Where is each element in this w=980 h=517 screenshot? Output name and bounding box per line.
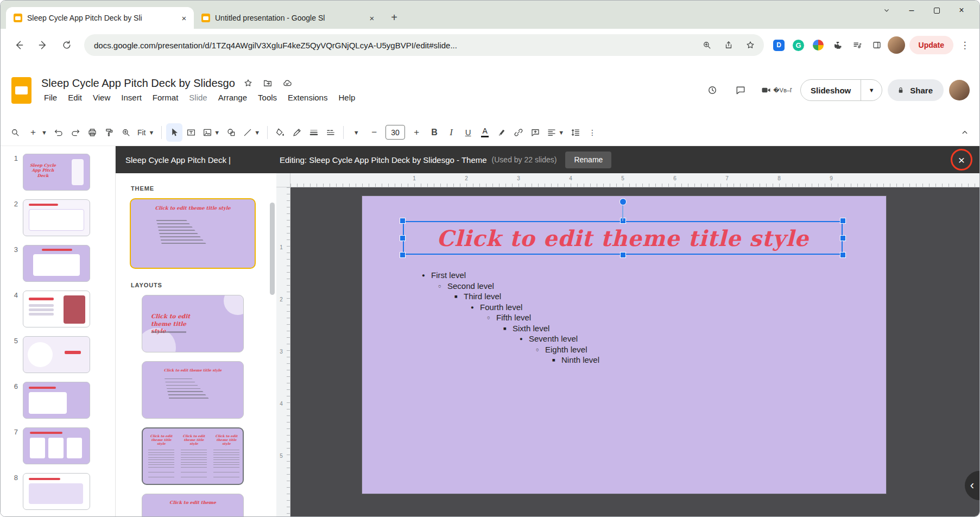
tab-inactive[interactable]: Untitled presentation - Google Sl × — [194, 7, 382, 29]
menu-help[interactable]: Help — [333, 91, 360, 104]
document-title[interactable]: Sleep Cycle App Pitch Deck by Slidesgo — [41, 77, 235, 90]
body-placeholder[interactable]: ●First level ○Second level ■Third level … — [422, 270, 599, 365]
theme-title-placeholder[interactable]: Click to edit theme title style — [404, 222, 842, 254]
align-icon[interactable]: ▼ — [544, 123, 567, 142]
reload-icon[interactable] — [56, 34, 78, 56]
new-tab-button[interactable]: + — [386, 9, 402, 26]
extension-d-icon[interactable]: D — [770, 36, 788, 54]
print-icon[interactable] — [84, 123, 100, 142]
meet-camera-button[interactable]: �Vв–ľ — [757, 85, 795, 96]
menu-slide[interactable]: Slide — [184, 91, 212, 104]
slide-thumbnail[interactable] — [23, 245, 90, 282]
bookmark-star-icon[interactable] — [742, 37, 758, 53]
layout-thumbnail-partial[interactable]: Click to edit theme — [142, 494, 244, 516]
theme-name-field[interactable]: Sleep Cycle App Pitch Deck | — [116, 155, 276, 165]
redo-icon[interactable] — [67, 123, 84, 142]
panel-scrollbar[interactable] — [270, 203, 275, 295]
cloud-status-icon[interactable] — [281, 77, 294, 90]
font-size-field[interactable]: 30 — [385, 125, 405, 140]
selection-handle[interactable] — [840, 253, 845, 257]
window-minimize-button[interactable]: – — [899, 1, 924, 20]
layout-thumbnail-title-body[interactable]: Click to edit theme title style — [142, 361, 244, 419]
decrease-font-size-button[interactable]: − — [365, 123, 383, 142]
menu-arrange[interactable]: Arrange — [213, 91, 252, 104]
increase-font-size-button[interactable]: + — [407, 123, 426, 142]
insert-link-icon[interactable] — [510, 123, 527, 142]
slide-thumbnail[interactable] — [23, 336, 90, 373]
new-slide-button[interactable]: +▼ — [24, 123, 50, 142]
tab-active[interactable]: Sleep Cycle App Pitch Deck by Sli × — [6, 7, 194, 29]
rotation-handle[interactable] — [620, 199, 626, 205]
select-tool-icon[interactable] — [166, 123, 182, 142]
address-bar[interactable]: docs.google.com/presentation/d/1TZq4AWgi… — [84, 34, 764, 56]
extensions-puzzle-icon[interactable] — [829, 36, 846, 54]
menu-file[interactable]: File — [39, 91, 62, 104]
title-text-box[interactable]: Click to edit theme title style — [403, 221, 843, 255]
comment-history-icon[interactable] — [729, 79, 752, 102]
text-color-button[interactable]: A — [477, 123, 493, 142]
queue-music-icon[interactable] — [849, 36, 866, 54]
zoom-in-icon[interactable] — [118, 123, 134, 142]
browser-menu-icon[interactable]: ⋮ — [958, 40, 972, 51]
border-weight-icon[interactable] — [306, 123, 322, 142]
slide-editing-area[interactable]: Click to edit theme title style — [362, 196, 886, 494]
move-folder-icon[interactable] — [261, 77, 274, 90]
search-menus-icon[interactable] — [7, 123, 23, 142]
underline-button[interactable]: U — [460, 123, 476, 142]
window-close-button[interactable]: × — [949, 1, 974, 20]
menu-edit[interactable]: Edit — [63, 91, 87, 104]
slideshow-dropdown-icon[interactable]: ▼ — [861, 87, 882, 93]
browser-profile-avatar[interactable] — [888, 36, 905, 54]
zoom-icon[interactable] — [699, 37, 715, 53]
selection-handle[interactable] — [400, 236, 405, 241]
slide-thumbnail[interactable] — [23, 427, 90, 464]
tab-close-icon[interactable]: × — [366, 12, 377, 23]
collapse-panel-button[interactable]: ‹ — [965, 471, 979, 500]
border-dash-icon[interactable] — [323, 123, 339, 142]
slideshow-button[interactable]: Slideshow ▼ — [800, 79, 882, 101]
pinwheel-extension-icon[interactable] — [810, 36, 827, 54]
grammarly-icon[interactable]: G — [790, 36, 807, 54]
tab-search-chevron-icon[interactable] — [874, 1, 899, 20]
share-page-icon[interactable] — [720, 37, 737, 53]
insert-shape-icon[interactable] — [223, 123, 239, 142]
menu-view[interactable]: View — [88, 91, 115, 104]
forward-icon[interactable] — [32, 34, 54, 56]
layout-thumbnail-title-slide[interactable]: Click to edit theme title style — [142, 295, 244, 352]
slide-thumbnail[interactable]: Sleep Cycle App Pitch Deck — [23, 154, 90, 191]
border-color-icon[interactable] — [289, 123, 305, 142]
selection-handle[interactable] — [400, 218, 405, 223]
menu-format[interactable]: Format — [148, 91, 184, 104]
text-style-dropdown-icon[interactable]: ▼ — [348, 123, 364, 142]
rename-button[interactable]: Rename — [565, 152, 611, 168]
highlight-color-icon[interactable] — [494, 123, 510, 142]
back-icon[interactable] — [8, 34, 30, 56]
menu-insert[interactable]: Insert — [116, 91, 147, 104]
slide-canvas[interactable]: 1 2 3 4 5 6 7 8 9 1 2 3 4 — [276, 173, 979, 516]
add-comment-icon[interactable] — [527, 123, 543, 142]
text-box-icon[interactable] — [183, 123, 199, 142]
tab-close-icon[interactable]: × — [179, 12, 189, 23]
selection-handle[interactable] — [840, 218, 845, 223]
side-panel-icon[interactable] — [868, 36, 886, 54]
update-button[interactable]: Update — [909, 36, 953, 54]
theme-master-thumbnail[interactable]: Click to edit theme title style — [130, 198, 256, 269]
selection-handle[interactable] — [400, 253, 405, 257]
bold-button[interactable]: B — [426, 123, 442, 142]
hide-menus-icon[interactable] — [957, 123, 973, 142]
slide-thumbnail[interactable] — [23, 199, 90, 236]
zoom-fit-select[interactable]: Fit ▼ — [135, 123, 157, 142]
menu-tools[interactable]: Tools — [253, 91, 282, 104]
close-theme-editor-button[interactable]: × — [950, 148, 973, 171]
undo-icon[interactable] — [50, 123, 67, 142]
slide-thumbnail[interactable] — [23, 291, 90, 327]
more-options-icon[interactable]: ⋮ — [584, 123, 600, 142]
slide-thumbnail[interactable] — [23, 473, 90, 510]
line-spacing-icon[interactable] — [567, 123, 584, 142]
menu-extensions[interactable]: Extensions — [283, 91, 332, 104]
selection-handle[interactable] — [621, 253, 625, 257]
layout-thumbnail-three-columns[interactable]: Click to edit theme title style Click to… — [142, 427, 244, 485]
share-button[interactable]: Share — [888, 79, 944, 101]
insert-image-icon[interactable]: ▼ — [200, 123, 223, 142]
slides-logo[interactable] — [11, 77, 31, 104]
